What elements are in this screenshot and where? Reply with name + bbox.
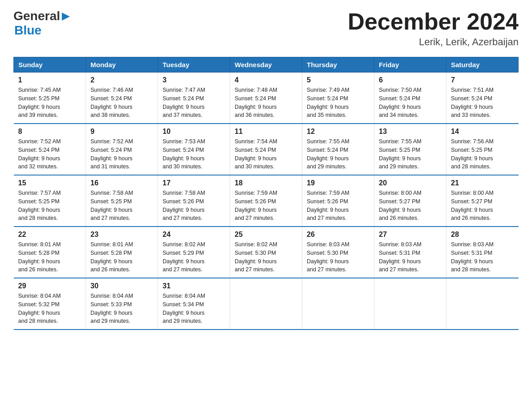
day-cell [374,278,446,330]
day-header-wednesday: Wednesday [230,57,302,73]
day-cell: 25 Sunrise: 8:02 AM Sunset: 5:30 PM Dayl… [230,227,302,278]
day-cell: 19 Sunrise: 7:59 AM Sunset: 5:26 PM Dayl… [302,175,374,227]
week-row-4: 22 Sunrise: 8:01 AM Sunset: 5:28 PM Dayl… [14,227,519,278]
day-info: Sunrise: 8:04 AM Sunset: 5:33 PM Dayligh… [90,292,153,325]
week-row-1: 1 Sunrise: 7:45 AM Sunset: 5:25 PM Dayli… [14,73,519,124]
day-cell: 28 Sunrise: 8:03 AM Sunset: 5:31 PM Dayl… [446,227,519,278]
day-header-monday: Monday [86,57,158,73]
day-cell: 30 Sunrise: 8:04 AM Sunset: 5:33 PM Dayl… [86,278,158,330]
day-number: 31 [163,282,225,290]
day-info: Sunrise: 7:48 AM Sunset: 5:24 PM Dayligh… [235,86,297,120]
day-number: 25 [235,231,297,239]
day-info: Sunrise: 7:51 AM Sunset: 5:24 PM Dayligh… [451,86,514,120]
day-info: Sunrise: 7:52 AM Sunset: 5:24 PM Dayligh… [18,137,82,171]
day-cell: 21 Sunrise: 8:00 AM Sunset: 5:27 PM Dayl… [446,175,519,227]
day-info: Sunrise: 7:46 AM Sunset: 5:24 PM Dayligh… [90,86,153,120]
day-cell: 22 Sunrise: 8:01 AM Sunset: 5:28 PM Dayl… [14,227,86,278]
day-cell: 12 Sunrise: 7:55 AM Sunset: 5:24 PM Dayl… [302,124,374,175]
day-number: 10 [163,128,225,136]
day-number: 30 [90,282,153,290]
calendar-table: SundayMondayTuesdayWednesdayThursdayFrid… [13,57,519,330]
day-number: 18 [235,179,297,187]
day-header-saturday: Saturday [446,57,519,73]
day-info: Sunrise: 7:50 AM Sunset: 5:24 PM Dayligh… [379,86,442,120]
day-cell: 7 Sunrise: 7:51 AM Sunset: 5:24 PM Dayli… [446,73,519,124]
day-number: 27 [379,231,442,239]
logo-arrow-icon [61,12,71,21]
day-cell [446,278,519,330]
day-cell: 29 Sunrise: 8:04 AM Sunset: 5:32 PM Dayl… [14,278,86,330]
day-info: Sunrise: 7:47 AM Sunset: 5:24 PM Dayligh… [163,86,225,120]
day-info: Sunrise: 7:53 AM Sunset: 5:24 PM Dayligh… [163,137,225,171]
day-number: 15 [18,179,82,187]
day-header-tuesday: Tuesday [158,57,230,73]
day-number: 9 [90,128,153,136]
day-cell: 23 Sunrise: 8:01 AM Sunset: 5:28 PM Dayl… [86,227,158,278]
page-header: General Blue December 2024 Lerik, Lerik,… [13,9,519,48]
day-info: Sunrise: 7:45 AM Sunset: 5:25 PM Dayligh… [18,86,82,120]
day-info: Sunrise: 7:59 AM Sunset: 5:26 PM Dayligh… [235,189,297,223]
day-info: Sunrise: 7:58 AM Sunset: 5:26 PM Dayligh… [163,189,225,223]
day-cell: 1 Sunrise: 7:45 AM Sunset: 5:25 PM Dayli… [14,73,86,124]
week-row-2: 8 Sunrise: 7:52 AM Sunset: 5:24 PM Dayli… [14,124,519,175]
day-cell: 6 Sunrise: 7:50 AM Sunset: 5:24 PM Dayli… [374,73,446,124]
logo-general-text: General [13,9,60,23]
day-number: 1 [18,76,82,84]
day-cell: 24 Sunrise: 8:02 AM Sunset: 5:29 PM Dayl… [158,227,230,278]
day-header-sunday: Sunday [14,57,86,73]
day-info: Sunrise: 8:01 AM Sunset: 5:28 PM Dayligh… [18,240,82,274]
day-cell: 4 Sunrise: 7:48 AM Sunset: 5:24 PM Dayli… [230,73,302,124]
day-cell: 16 Sunrise: 7:58 AM Sunset: 5:25 PM Dayl… [86,175,158,227]
day-number: 29 [18,282,82,290]
day-number: 3 [163,76,225,84]
day-info: Sunrise: 8:04 AM Sunset: 5:32 PM Dayligh… [18,292,82,325]
day-info: Sunrise: 7:55 AM Sunset: 5:24 PM Dayligh… [307,137,369,171]
day-header-friday: Friday [374,57,446,73]
day-info: Sunrise: 7:54 AM Sunset: 5:24 PM Dayligh… [235,137,297,171]
logo-blue-text: Blue [14,23,42,37]
day-number: 20 [379,179,442,187]
day-cell: 13 Sunrise: 7:55 AM Sunset: 5:25 PM Dayl… [374,124,446,175]
day-info: Sunrise: 7:56 AM Sunset: 5:25 PM Dayligh… [451,137,514,171]
day-info: Sunrise: 8:00 AM Sunset: 5:27 PM Dayligh… [451,189,514,223]
week-row-5: 29 Sunrise: 8:04 AM Sunset: 5:32 PM Dayl… [14,278,519,330]
day-cell: 11 Sunrise: 7:54 AM Sunset: 5:24 PM Dayl… [230,124,302,175]
day-number: 22 [18,231,82,239]
day-header-thursday: Thursday [302,57,374,73]
week-row-3: 15 Sunrise: 7:57 AM Sunset: 5:25 PM Dayl… [14,175,519,227]
day-cell: 20 Sunrise: 8:00 AM Sunset: 5:27 PM Dayl… [374,175,446,227]
day-cell: 14 Sunrise: 7:56 AM Sunset: 5:25 PM Dayl… [446,124,519,175]
day-number: 11 [235,128,297,136]
day-number: 21 [451,179,514,187]
day-number: 5 [307,76,369,84]
day-number: 13 [379,128,442,136]
day-cell: 9 Sunrise: 7:52 AM Sunset: 5:24 PM Dayli… [86,124,158,175]
day-number: 4 [235,76,297,84]
day-cell [230,278,302,330]
day-number: 7 [451,76,514,84]
day-number: 14 [451,128,514,136]
day-number: 24 [163,231,225,239]
day-cell: 2 Sunrise: 7:46 AM Sunset: 5:24 PM Dayli… [86,73,158,124]
location-subtitle: Lerik, Lerik, Azerbaijan [348,36,519,48]
day-info: Sunrise: 7:52 AM Sunset: 5:24 PM Dayligh… [90,137,153,171]
day-info: Sunrise: 8:01 AM Sunset: 5:28 PM Dayligh… [90,240,153,274]
day-number: 12 [307,128,369,136]
day-cell: 18 Sunrise: 7:59 AM Sunset: 5:26 PM Dayl… [230,175,302,227]
day-info: Sunrise: 8:03 AM Sunset: 5:31 PM Dayligh… [379,240,442,274]
day-cell: 10 Sunrise: 7:53 AM Sunset: 5:24 PM Dayl… [158,124,230,175]
day-cell [302,278,374,330]
day-cell: 31 Sunrise: 8:04 AM Sunset: 5:34 PM Dayl… [158,278,230,330]
day-cell: 17 Sunrise: 7:58 AM Sunset: 5:26 PM Dayl… [158,175,230,227]
title-block: December 2024 Lerik, Lerik, Azerbaijan [348,9,519,48]
day-info: Sunrise: 7:58 AM Sunset: 5:25 PM Dayligh… [90,189,153,223]
day-info: Sunrise: 8:03 AM Sunset: 5:30 PM Dayligh… [307,240,369,274]
day-info: Sunrise: 8:00 AM Sunset: 5:27 PM Dayligh… [379,189,442,223]
day-info: Sunrise: 8:02 AM Sunset: 5:29 PM Dayligh… [163,240,225,274]
day-number: 2 [90,76,153,84]
month-title: December 2024 [348,9,519,34]
day-number: 8 [18,128,82,136]
day-cell: 15 Sunrise: 7:57 AM Sunset: 5:25 PM Dayl… [14,175,86,227]
logo: General Blue [13,9,71,38]
day-cell: 8 Sunrise: 7:52 AM Sunset: 5:24 PM Dayli… [14,124,86,175]
